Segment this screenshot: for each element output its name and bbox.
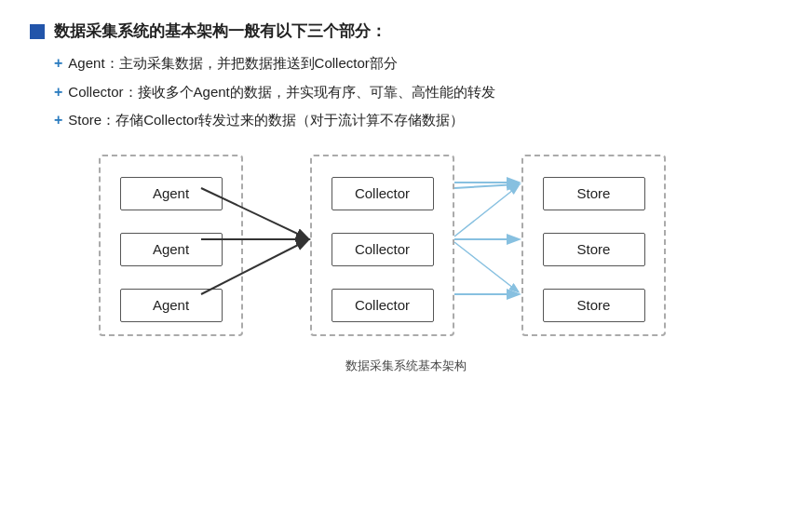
bullet-collector: + Collector：接收多个Agent的数据，并实现有序、可靠、高性能的转发 [54,80,782,104]
collector-box-2: Collector [332,233,434,266]
agent-box-1: Agent [120,177,223,210]
collector-box-3: Collector [332,289,434,322]
bullet-agent-text: Agent：主动采集数据，并把数据推送到Collector部分 [68,51,397,75]
bullet-store-text: Store：存储Collector转发过来的数据（对于流计算不存储数据） [68,108,464,132]
title-row: 数据采集系统的基本架构一般有以下三个部分： [30,20,782,42]
diagram-caption: 数据采集系统基本架构 [30,358,782,374]
bullet-store: + Store：存储Collector转发过来的数据（对于流计算不存储数据） [54,108,782,132]
collector-group: Collector Collector Collector [310,155,454,336]
agent-box-3: Agent [120,289,223,322]
store-box-3: Store [543,289,645,322]
bullet-list: + Agent：主动采集数据，并把数据推送到Collector部分 + Coll… [54,51,782,132]
store-box-1: Store [543,177,645,210]
store-group: Store Store Store [521,155,666,336]
svg-line-3 [454,184,518,188]
svg-line-7 [454,186,518,237]
title-square-icon [30,24,45,39]
diagram-area: Agent Agent Agent Collector Collector [30,145,782,350]
plus-icon-agent: + [54,51,62,75]
store-box-2: Store [543,233,645,266]
page: 数据采集系统的基本架构一般有以下三个部分： + Agent：主动采集数据，并把数… [0,0,812,389]
collector-box-1: Collector [332,177,434,210]
plus-icon-collector: + [54,80,62,104]
bullet-collector-text: Collector：接收多个Agent的数据，并实现有序、可靠、高性能的转发 [68,80,494,104]
page-title: 数据采集系统的基本架构一般有以下三个部分： [54,20,386,42]
svg-line-8 [454,242,518,291]
bullet-agent: + Agent：主动采集数据，并把数据推送到Collector部分 [54,51,782,75]
agent-box-2: Agent [120,233,223,266]
plus-icon-store: + [54,108,62,132]
agent-group: Agent Agent Agent [99,155,243,336]
diagram-container: Agent Agent Agent Collector Collector [89,145,723,350]
